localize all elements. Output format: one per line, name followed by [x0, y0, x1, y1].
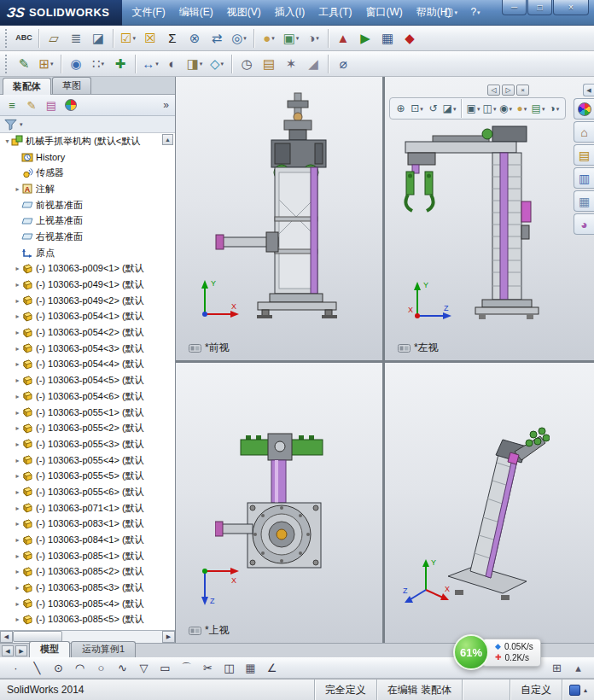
edit-component[interactable]: ✎ — [13, 54, 35, 74]
dropdown-arrow-icon[interactable]: ▾ — [221, 61, 224, 67]
mass-properties[interactable]: ≣ — [65, 28, 87, 49]
tree-item[interactable]: ▸(-) 103063-p054<1> (默认 — [0, 309, 175, 325]
expander-icon[interactable]: ▾ — [3, 137, 11, 145]
tree-item[interactable]: ▸(-) 103063-p055<3> (默认 — [0, 436, 175, 452]
panel-tab-sketch[interactable]: 草图 — [52, 77, 91, 94]
dropdown-arrow-icon[interactable]: ▾ — [420, 106, 423, 112]
zoom-to-fit[interactable]: ⊕ — [393, 101, 409, 117]
help[interactable]: ?▾ — [464, 3, 486, 20]
sketch-point[interactable]: · — [5, 659, 26, 677]
tree-item[interactable]: 上视基准面 — [0, 213, 175, 229]
sketch-angle[interactable]: ∠ — [261, 659, 282, 677]
menu-item[interactable]: 窗口(W) — [359, 3, 410, 22]
tree-item[interactable]: ▸(-) 103063-p054<3> (默认 — [0, 341, 175, 357]
tree-item[interactable]: ▸(-) 103063-p055<1> (默认 — [0, 405, 175, 421]
sketch-circle[interactable]: ⊙ — [48, 659, 69, 677]
view-settings[interactable]: ◑▾ — [302, 28, 324, 49]
design-checker[interactable]: ☑▾ — [117, 28, 139, 49]
exploded-view[interactable]: ✶ — [280, 54, 302, 74]
tree-item[interactable]: ▸(-) 103063-p054<6> (默认 — [0, 388, 175, 405]
pane-front-view[interactable]: Y X *前视 — [176, 77, 382, 360]
pane-previous-button[interactable]: ◁ — [487, 85, 500, 96]
dropdown-arrow-icon[interactable]: ▾ — [296, 35, 300, 41]
dropdown-arrow-icon[interactable]: ▾ — [454, 9, 457, 15]
apply-scene-hud[interactable]: ▤▾ — [530, 101, 546, 117]
view-settings-hud[interactable]: ◑▾ — [546, 101, 562, 117]
tree-item[interactable]: ▸(-) 103063-p055<2> (默认 — [0, 420, 175, 436]
expander-icon[interactable]: ▸ — [14, 360, 21, 368]
tree-item[interactable]: ▸(-) 103063-p084<1> (默认 — [0, 532, 175, 548]
displaymanager-icon[interactable] — [65, 99, 77, 111]
expander-icon[interactable]: ▸ — [14, 568, 21, 575]
solidworks-resources-tab[interactable]: ⌂ — [574, 121, 594, 143]
new-motion-study[interactable]: ◷ — [236, 54, 258, 74]
panel-tab-assembly[interactable]: 装配体 — [3, 78, 51, 95]
sketch-arc[interactable]: ◠ — [69, 659, 90, 677]
tree-item[interactable]: ▸(-) 103063-p085<3> (默认 — [0, 580, 175, 596]
expander-icon[interactable]: ▸ — [14, 281, 21, 289]
maximize-button[interactable]: □ — [527, 0, 552, 15]
expander-icon[interactable]: ▸ — [14, 615, 21, 623]
status-custom-dropdown[interactable]: 自定义 — [510, 680, 562, 700]
menu-item[interactable]: 视图(V) — [220, 3, 268, 22]
tree-item[interactable]: 传感器 — [0, 165, 175, 181]
scroll-right-arrow[interactable]: ▶ — [162, 631, 175, 643]
linear-component-pattern[interactable]: ∷▾ — [87, 54, 109, 74]
dropdown-arrow-icon[interactable]: ▾ — [200, 61, 203, 67]
expander-icon[interactable]: ▸ — [14, 297, 21, 305]
menu-item[interactable]: 文件(F) — [125, 3, 172, 22]
sketch-mirror[interactable]: ◫ — [218, 659, 240, 677]
toolbar-drag-handle[interactable] — [5, 29, 9, 48]
hide-show-items[interactable]: ◉▾ — [498, 101, 514, 117]
expander-icon[interactable]: ▸ — [14, 472, 21, 480]
tree-item[interactable]: ▸(-) 103063-p055<6> (默认 — [0, 484, 175, 500]
hole-alignment[interactable]: ◎▾ — [228, 28, 250, 49]
spell-checker[interactable]: ABC — [13, 28, 35, 49]
dropdown-arrow-icon[interactable]: ▾ — [477, 9, 480, 15]
expander-icon[interactable]: ▸ — [14, 520, 21, 528]
tree-item[interactable]: ▸(-) 103063-p054<4> (默认 — [0, 357, 175, 373]
tree-item[interactable]: ▾机械手抓举机构 (默认<默认 — [0, 133, 175, 149]
dropdown-arrow-icon[interactable]: ▾ — [271, 35, 275, 41]
reference-geometry[interactable]: ◇▾ — [206, 54, 228, 74]
expander-icon[interactable]: ▸ — [14, 536, 21, 544]
expander-icon[interactable]: ▸ — [14, 345, 21, 353]
tab-scroll-right-button[interactable]: ▶ — [15, 645, 27, 656]
new-document[interactable]: ▢▾ — [440, 3, 462, 20]
tree-item[interactable]: History — [0, 149, 175, 166]
edit-appearance[interactable]: ●▾ — [258, 28, 280, 49]
grid-system[interactable]: ⊞ — [546, 659, 568, 677]
tree-item[interactable]: ▸(-) 103063-p071<1> (默认 — [0, 500, 175, 516]
expander-icon[interactable]: ▸ — [14, 505, 21, 512]
smart-fasteners[interactable]: ✚ — [109, 54, 131, 74]
menu-item[interactable]: 编辑(E) — [172, 3, 220, 22]
quick-tips-icon[interactable] — [569, 685, 580, 696]
expander-icon[interactable]: ▸ — [14, 600, 21, 608]
edit-appearance-hud[interactable]: ●▾ — [514, 101, 530, 117]
appearances-ball-tab[interactable] — [574, 98, 594, 120]
tree-item[interactable]: ▸(-) 103063-p085<4> (默认 — [0, 596, 175, 612]
tree-item[interactable]: ▸(-) 103063-p083<1> (默认 — [0, 516, 175, 533]
propertymanager-icon[interactable]: ✎ — [23, 96, 40, 114]
insert-components[interactable]: ⊞▾ — [35, 54, 57, 74]
status-expand-icon[interactable]: ▴ — [584, 686, 587, 694]
dropdown-arrow-icon[interactable]: ▾ — [542, 106, 545, 112]
expander-icon[interactable]: ▸ — [14, 440, 21, 448]
clearance-verification[interactable]: ⇄ — [206, 28, 228, 49]
section-properties[interactable]: ◪ — [87, 28, 109, 49]
sketch-polygon[interactable]: ▽ — [133, 659, 154, 677]
pane-left-view[interactable]: ◁▷× ⊕⊡▾↺◪▾▣▾◫▾◉▾●▾▤▾◑▾ Y Z X *左视 — [385, 77, 594, 360]
view-palette-tab[interactable]: ▦ — [574, 190, 594, 212]
progress-circle[interactable]: 61% — [453, 634, 489, 670]
expander-icon[interactable]: ▸ — [14, 552, 21, 560]
expander-icon[interactable]: ▸ — [14, 424, 21, 432]
expander-icon[interactable]: ▸ — [14, 393, 21, 400]
photoview-render[interactable]: ◆ — [399, 28, 421, 49]
expand-toolbar[interactable]: ▴ — [568, 659, 589, 677]
sketch-fillet[interactable]: ⌒ — [176, 659, 197, 677]
design-library-tab[interactable]: ▤ — [574, 144, 594, 166]
sketch-rectangle[interactable]: ▭ — [154, 659, 176, 677]
expander-icon[interactable]: ▸ — [14, 312, 21, 320]
tree-item[interactable]: ▸(-) 103063-p085<1> (默认 — [0, 548, 175, 564]
previous-view[interactable]: ↺ — [425, 101, 441, 117]
